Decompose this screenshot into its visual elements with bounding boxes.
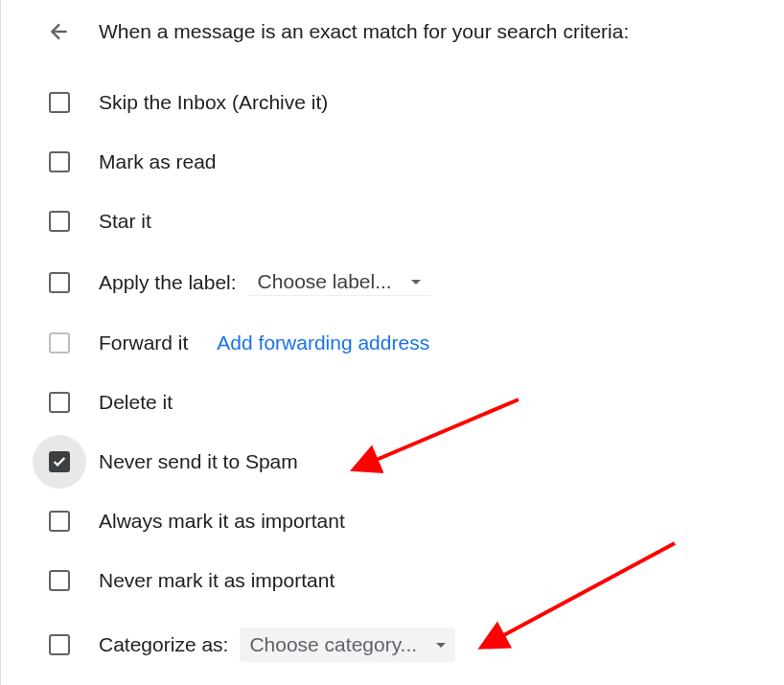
option-mark-read[interactable]: Mark as read xyxy=(47,149,755,174)
dropdown-text: Choose label... xyxy=(258,270,392,293)
option-never-spam[interactable]: Never send it to Spam xyxy=(47,449,755,474)
option-label: Categorize as: xyxy=(99,633,228,656)
option-skip-inbox[interactable]: Skip the Inbox (Archive it) xyxy=(47,90,755,115)
option-label: Always mark it as important xyxy=(99,510,345,533)
option-never-important[interactable]: Never mark it as important xyxy=(47,568,755,593)
option-label: Never mark it as important xyxy=(99,569,334,592)
option-label: Delete it xyxy=(99,391,173,414)
option-forward-it[interactable]: Forward it Add forwarding address xyxy=(47,331,755,355)
label-dropdown[interactable]: Choose label... xyxy=(248,268,430,296)
option-label: Skip the Inbox (Archive it) xyxy=(99,91,328,114)
option-label: Mark as read xyxy=(99,150,217,173)
checkbox-apply-label[interactable] xyxy=(47,270,72,295)
chevron-down-icon xyxy=(411,280,421,285)
checkbox-never-spam[interactable] xyxy=(47,449,72,474)
option-label: Forward it xyxy=(99,331,188,354)
option-apply-label[interactable]: Apply the label: Choose label... xyxy=(47,268,755,296)
option-categorize[interactable]: Categorize as: Choose category... xyxy=(47,628,755,662)
chevron-down-icon xyxy=(436,643,446,648)
checkbox-delete-it[interactable] xyxy=(47,390,72,415)
checkbox-skip-inbox[interactable] xyxy=(47,90,72,115)
dropdown-text: Choose category... xyxy=(249,633,417,656)
add-forwarding-link[interactable]: Add forwarding address xyxy=(217,331,429,354)
category-dropdown[interactable]: Choose category... xyxy=(240,628,455,662)
back-arrow-icon[interactable] xyxy=(47,19,72,44)
checkbox-never-important[interactable] xyxy=(47,568,72,593)
option-label: Apply the label: xyxy=(99,271,237,294)
checkbox-always-important[interactable] xyxy=(47,509,72,534)
checkbox-star-it[interactable] xyxy=(47,209,72,234)
option-delete-it[interactable]: Delete it xyxy=(47,390,755,415)
option-star-it[interactable]: Star it xyxy=(47,209,755,234)
checkbox-categorize[interactable] xyxy=(47,632,72,657)
header: When a message is an exact match for you… xyxy=(47,19,755,44)
check-icon xyxy=(52,454,67,469)
option-label: Star it xyxy=(99,210,151,233)
page-title: When a message is an exact match for you… xyxy=(99,20,629,43)
option-always-important[interactable]: Always mark it as important xyxy=(47,509,755,534)
option-label: Never send it to Spam xyxy=(99,450,298,473)
checkbox-forward-it[interactable] xyxy=(47,331,72,355)
checkbox-mark-read[interactable] xyxy=(47,149,72,174)
